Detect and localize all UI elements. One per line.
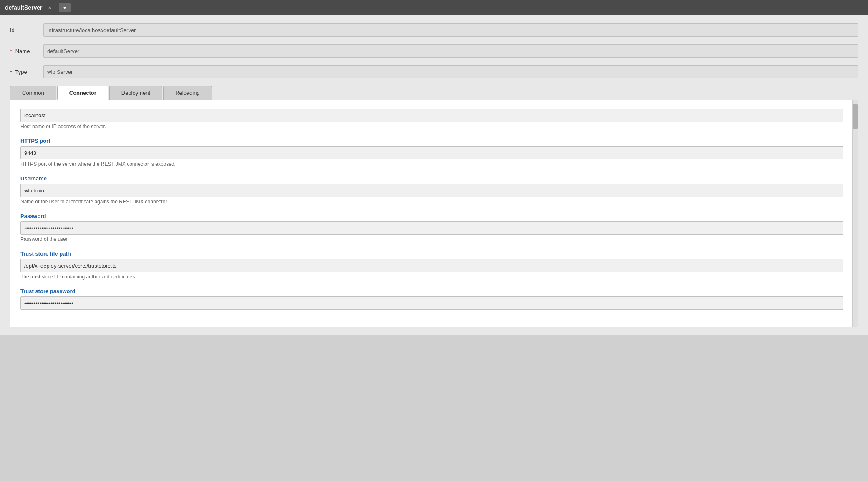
type-required-indicator: * [10, 69, 12, 75]
connector-password-label: Password [20, 213, 843, 219]
type-label: * Type [10, 69, 43, 75]
title-bar: defaultServer × ▾ [0, 0, 868, 15]
id-label: Id [10, 27, 43, 33]
connector-host-field: Host name or IP address of the server. [20, 109, 843, 129]
connector-https-port-field: HTTPS port HTTPS port of the server wher… [20, 138, 843, 167]
connector-truststore-path-field: Trust store file path The trust store fi… [20, 251, 843, 280]
connector-username-hint: Name of the user to authenticate agains … [20, 199, 843, 205]
tab-common[interactable]: Common [10, 86, 56, 100]
chevron-down-icon[interactable]: ▾ [59, 3, 71, 12]
connector-host-input[interactable] [20, 109, 843, 122]
connector-truststore-password-field: Trust store password [20, 288, 843, 310]
connector-https-port-input[interactable] [20, 146, 843, 159]
tab-panel-wrapper: Host name or IP address of the server. H… [10, 100, 858, 327]
tab-connector[interactable]: Connector [57, 86, 108, 100]
type-field-row: * Type [10, 65, 858, 78]
connector-host-hint: Host name or IP address of the server. [20, 124, 843, 129]
tab-panel-connector: Host name or IP address of the server. H… [10, 100, 858, 327]
connector-truststore-path-label: Trust store file path [20, 251, 843, 257]
type-input[interactable] [43, 65, 858, 78]
connector-username-label: Username [20, 175, 843, 182]
scrollbar-track[interactable] [852, 100, 858, 327]
connector-password-field: Password Password of the user. [20, 213, 843, 242]
close-icon[interactable]: × [48, 5, 51, 11]
id-input[interactable] [43, 23, 858, 37]
connector-truststore-path-hint: The trust store file containing authoriz… [20, 274, 843, 280]
connector-truststore-password-label: Trust store password [20, 288, 843, 294]
connector-https-port-hint: HTTPS port of the server where the REST … [20, 161, 843, 167]
id-field-row: Id [10, 23, 858, 37]
name-field-row: * Name [10, 44, 858, 58]
connector-https-port-label: HTTPS port [20, 138, 843, 144]
tabs-container: Common Connector Deployment Reloading [10, 86, 858, 100]
connector-password-input[interactable] [20, 221, 843, 235]
connector-username-field: Username Name of the user to authenticat… [20, 175, 843, 205]
tab-reloading[interactable]: Reloading [163, 86, 212, 100]
name-label: * Name [10, 48, 43, 54]
scrollbar-thumb[interactable] [853, 104, 858, 129]
name-input[interactable] [43, 44, 858, 58]
connector-password-hint: Password of the user. [20, 236, 843, 242]
connector-truststore-password-input[interactable] [20, 296, 843, 310]
tab-panel-inner[interactable]: Host name or IP address of the server. H… [20, 109, 848, 318]
connector-truststore-path-input[interactable] [20, 259, 843, 272]
connector-username-input[interactable] [20, 184, 843, 197]
window-title: defaultServer [5, 4, 42, 11]
main-content: Id * Name * Type Common Connector Deploy… [0, 15, 868, 335]
name-required-indicator: * [10, 48, 12, 54]
tab-deployment[interactable]: Deployment [109, 86, 162, 100]
